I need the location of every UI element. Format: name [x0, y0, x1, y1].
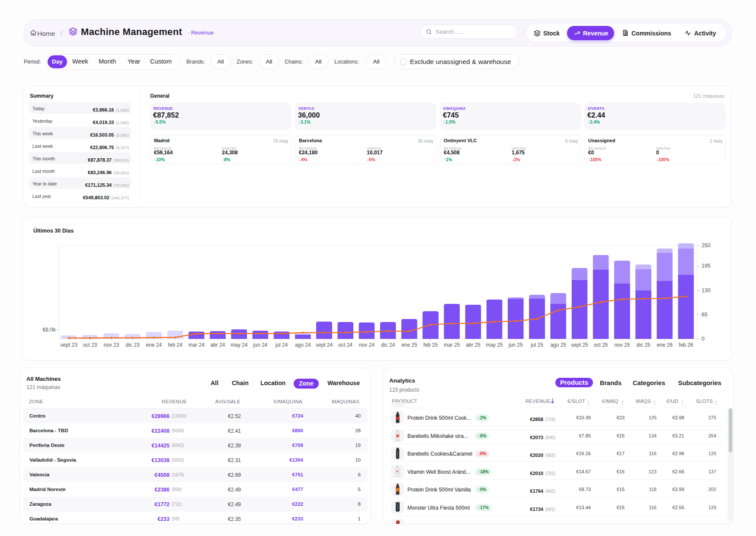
svg-text:oct 24: oct 24 — [338, 342, 352, 348]
svg-text:€8.0k: €8.0k — [42, 327, 56, 333]
svg-text:250: 250 — [702, 242, 711, 249]
svg-text:sept 24: sept 24 — [316, 342, 333, 348]
svg-text:nov 24: nov 24 — [359, 342, 375, 348]
svg-text:jun 24: jun 24 — [253, 342, 268, 348]
svg-text:sept 23: sept 23 — [60, 342, 77, 348]
svg-text:mar 24: mar 24 — [189, 342, 205, 348]
svg-text:may 25: may 25 — [486, 342, 503, 348]
svg-text:may 24: may 24 — [231, 342, 248, 348]
svg-text:feb 26: feb 26 — [679, 342, 693, 348]
svg-text:dic 24: dic 24 — [381, 342, 395, 348]
svg-text:65: 65 — [702, 312, 708, 318]
svg-text:feb 25: feb 25 — [423, 342, 438, 348]
svg-text:oct 23: oct 23 — [83, 342, 97, 348]
svg-text:jul 25: jul 25 — [530, 342, 543, 348]
svg-text:abr 24: abr 24 — [210, 342, 225, 348]
svg-text:sept 25: sept 25 — [571, 342, 588, 348]
svg-text:nov 25: nov 25 — [614, 342, 630, 348]
svg-text:dic 25: dic 25 — [637, 342, 650, 348]
svg-text:ago 24: ago 24 — [295, 342, 311, 348]
svg-text:ago 25: ago 25 — [550, 342, 566, 348]
svg-text:mar 25: mar 25 — [444, 342, 460, 348]
svg-text:feb 24: feb 24 — [168, 342, 183, 348]
svg-text:dic 23: dic 23 — [126, 342, 140, 348]
svg-text:ene 25: ene 25 — [401, 342, 417, 348]
svg-text:ene 24: ene 24 — [146, 342, 162, 348]
svg-text:130: 130 — [702, 287, 711, 294]
svg-text:0: 0 — [702, 336, 705, 342]
svg-text:oct 25: oct 25 — [594, 342, 608, 348]
svg-text:abr 25: abr 25 — [466, 342, 481, 348]
svg-text:nov 23: nov 23 — [103, 342, 119, 348]
svg-text:jul 24: jul 24 — [275, 342, 288, 348]
svg-text:ene 26: ene 26 — [657, 342, 673, 348]
svg-text:jun 25: jun 25 — [508, 342, 523, 348]
svg-text:195: 195 — [702, 263, 711, 269]
